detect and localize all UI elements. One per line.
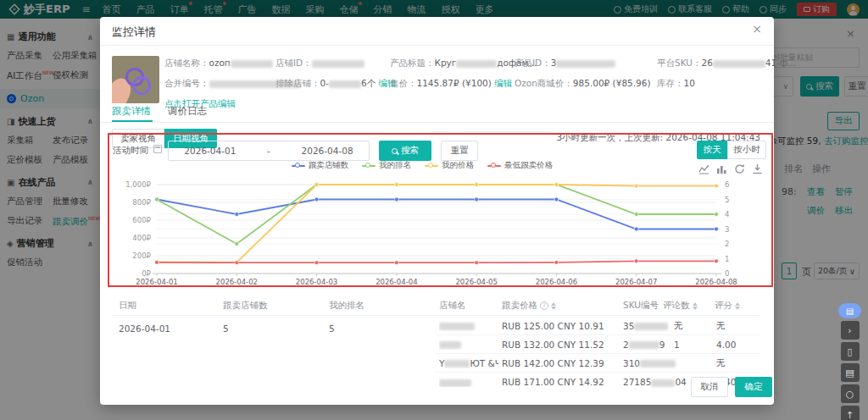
store-price: RUB 171.00 CNY 14.92 xyxy=(502,377,604,387)
sort-icon[interactable] xyxy=(735,302,740,310)
legend-marker xyxy=(487,163,501,169)
date-start: 2026-04-01 xyxy=(184,146,236,156)
svg-text:0: 0 xyxy=(725,269,729,278)
date-end: 2026-04-08 xyxy=(302,146,353,156)
legend-marker xyxy=(425,163,438,169)
svg-text:0₽: 0₽ xyxy=(142,269,151,278)
ozon-price-field: Ozon商城价：985.00₽ (¥85.96) xyxy=(515,78,651,90)
modal-title: 监控详情 xyxy=(112,25,156,40)
store-name xyxy=(439,321,498,331)
legend-item-shop-count[interactable]: 跟卖店铺数 xyxy=(292,160,349,171)
price-edit-link[interactable]: 编辑 xyxy=(494,78,512,88)
svg-text:2026-04-06: 2026-04-06 xyxy=(536,278,577,286)
col-my-rank: 我的排名 xyxy=(329,300,364,312)
store-sku: 2718504 xyxy=(623,377,687,387)
store-reviews: 无 xyxy=(674,320,683,332)
cancel-button[interactable]: 取消 xyxy=(691,377,728,397)
by-day-button[interactable]: 按天 xyxy=(697,141,727,159)
widget-pill-button[interactable]: ▤ xyxy=(838,303,861,318)
line-chart: 01234560₽200₽400₽600₽800₽1,000₽2026-04-0… xyxy=(119,176,737,290)
svg-text:6: 6 xyxy=(725,180,729,189)
col-sku: SKU编号 xyxy=(623,300,659,312)
svg-text:2026-04-05: 2026-04-05 xyxy=(455,278,497,286)
feedback-button[interactable]: ○ xyxy=(841,384,860,403)
product-image[interactable] xyxy=(112,56,159,103)
by-hour-button[interactable]: 按小时 xyxy=(727,141,766,159)
calendar-icon xyxy=(153,145,162,153)
tab-reprice-log[interactable]: 调价日志 xyxy=(168,105,207,118)
info-icon[interactable]: ? xyxy=(540,301,548,310)
store-rating: 无 xyxy=(716,357,726,369)
col-rating: 评分 xyxy=(715,300,740,312)
svg-text:5: 5 xyxy=(725,196,729,204)
store-reviews: 1 xyxy=(674,340,680,350)
cell-my-rank: 5 xyxy=(329,323,335,334)
monitor-detail-modal: 监控详情 × 店铺名称：ozoп 合并编号： 点击打开产品编辑 店铺ID： 排除… xyxy=(100,17,774,405)
svg-text:2: 2 xyxy=(725,240,729,248)
chart-canvas: 01234560₽200₽400₽600₽800₽1,000₽2026-04-0… xyxy=(119,176,737,288)
date-range-input[interactable]: 2026-04-01 - 2026-04-08 xyxy=(168,141,370,161)
date-separator: - xyxy=(267,146,270,156)
store-sku: 29 xyxy=(623,340,665,350)
refresh-icon[interactable] xyxy=(734,163,745,174)
mobile-app-button[interactable]: ▯ xyxy=(841,342,860,361)
store-price: RUB 125.00 CNY 10.91 xyxy=(502,321,604,331)
cell-shop-count: 5 xyxy=(223,323,229,334)
table-row[interactable]: RUB 125.00 CNY 10.91 35 无 无 xyxy=(435,317,760,335)
svg-text:400₽: 400₽ xyxy=(132,234,151,242)
collapse-panel-button[interactable]: › xyxy=(841,321,860,340)
confirm-button[interactable]: 确定 xyxy=(735,377,772,397)
col-reviews: 评论数 xyxy=(663,300,698,312)
store-rating: 无 xyxy=(716,320,726,332)
legend-item-my-rank[interactable]: 我的排名 xyxy=(362,160,411,171)
exclude-shop-field: 排除店铺：0-6个 编辑 xyxy=(275,78,397,90)
divider xyxy=(112,315,760,316)
product-id-field: 产品ID：3 xyxy=(515,58,615,69)
svg-text:200₽: 200₽ xyxy=(132,251,151,260)
svg-text:3: 3 xyxy=(725,225,729,234)
chart-legend: 跟卖店铺数 我的排名 我的价格 最低跟卖价格 xyxy=(151,160,693,171)
table-row[interactable]: YЮТ &Чq... RUB 142.00 CNY 12.39 310 无 xyxy=(435,354,760,373)
divider xyxy=(100,45,774,46)
svg-text:4: 4 xyxy=(725,210,729,218)
svg-text:2026-04-03: 2026-04-03 xyxy=(296,278,337,286)
tab-follow-sell-detail[interactable]: 跟卖详情 xyxy=(112,105,151,118)
svg-text:1,000₽: 1,000₽ xyxy=(125,180,151,189)
modal-reset-button[interactable]: 重置 xyxy=(441,141,478,161)
floating-toolbar: ▤ › ▯ ▤ ○ ↑ xyxy=(838,303,861,420)
svg-text:2026-04-01: 2026-04-01 xyxy=(136,278,177,286)
bar-chart-icon[interactable] xyxy=(716,163,727,174)
svg-text:2026-04-08: 2026-04-08 xyxy=(695,278,737,286)
legend-item-lowest-price[interactable]: 最低跟卖价格 xyxy=(487,160,553,171)
svg-text:1: 1 xyxy=(725,255,729,263)
stock-field: 库存：10 xyxy=(657,78,695,90)
sale-price-field: 售价：1145.87₽ (¥100) 编辑 xyxy=(390,78,512,90)
back-to-top-button[interactable]: ↑ xyxy=(841,406,860,420)
svg-text:800₽: 800₽ xyxy=(132,198,151,207)
modal-close-icon[interactable]: × xyxy=(752,22,762,36)
store-price: RUB 132.00 CNY 11.52 xyxy=(502,340,604,350)
store-rating: 4.00 xyxy=(716,340,736,350)
col-date: 日期 xyxy=(119,300,136,312)
download-icon[interactable] xyxy=(752,163,763,174)
legend-marker xyxy=(292,163,305,169)
svg-text:2026-04-04: 2026-04-04 xyxy=(376,278,417,286)
activity-time-label: 活动时间 xyxy=(113,145,148,157)
svg-text:2026-04-07: 2026-04-07 xyxy=(615,278,657,286)
store-sku: 35 xyxy=(623,321,668,331)
divider xyxy=(100,122,774,123)
search-icon xyxy=(392,148,398,154)
sort-icon[interactable] xyxy=(551,302,556,310)
col-shop-count: 跟卖店铺数 xyxy=(223,300,268,312)
svg-text:600₽: 600₽ xyxy=(132,216,151,224)
table-row[interactable]: RUB 132.00 CNY 11.52 29 1 4.00 xyxy=(435,335,760,354)
calendar-button[interactable]: ▤ xyxy=(841,363,860,382)
shop-id-field: 店铺ID： xyxy=(275,58,364,69)
modal-search-button[interactable]: 搜索 xyxy=(379,141,431,161)
svg-text:2026-04-02: 2026-04-02 xyxy=(216,278,258,286)
sort-icon[interactable] xyxy=(693,302,698,310)
line-chart-icon[interactable] xyxy=(698,163,709,174)
legend-item-my-price[interactable]: 我的价格 xyxy=(425,160,474,171)
shop-name-field: 店铺名称：ozoп xyxy=(164,58,273,69)
legend-marker xyxy=(362,163,376,169)
